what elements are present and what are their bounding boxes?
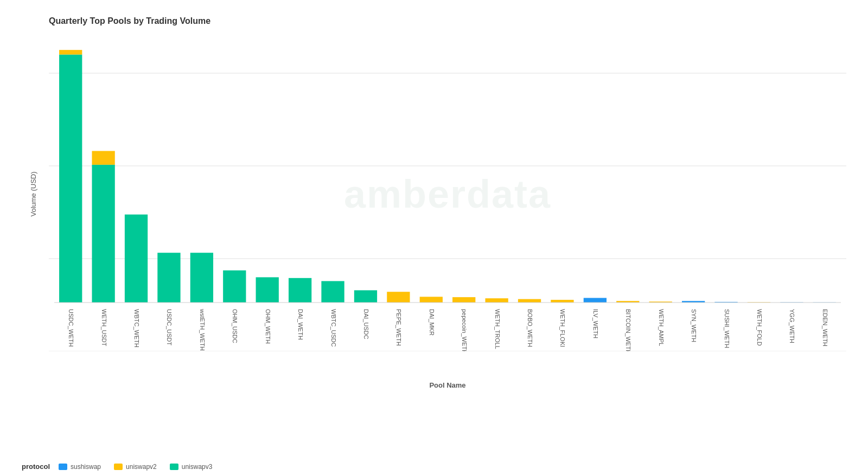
uniswapv3-color-box: [170, 464, 178, 470]
legend: protocol sushiswap uniswapv2 uniswapv3: [22, 462, 212, 471]
bar-chart-canvas: [49, 37, 846, 351]
legend-items: sushiswap uniswapv2 uniswapv3: [59, 463, 212, 471]
legend-label-uniswapv3: uniswapv3: [182, 463, 213, 471]
y-axis-label: Volume (USD): [29, 171, 37, 216]
legend-title: protocol: [22, 462, 50, 471]
legend-item-sushiswap: sushiswap: [59, 463, 101, 471]
legend-label-uniswapv2: uniswapv2: [126, 463, 157, 471]
uniswapv2-color-box: [114, 464, 123, 470]
chart-container: Quarterly Top Pools by Trading Volume Vo…: [0, 0, 868, 476]
legend-item-uniswapv3: uniswapv3: [170, 463, 213, 471]
chart-area: Volume (USD) Pool Name amberdata 0 10B 2…: [49, 37, 846, 351]
legend-label-sushiswap: sushiswap: [71, 463, 101, 471]
legend-item-uniswapv2: uniswapv2: [114, 463, 157, 471]
chart-title: Quarterly Top Pools by Trading Volume: [49, 16, 846, 26]
sushiswap-color-box: [59, 464, 67, 470]
x-axis-label: Pool Name: [429, 381, 465, 389]
